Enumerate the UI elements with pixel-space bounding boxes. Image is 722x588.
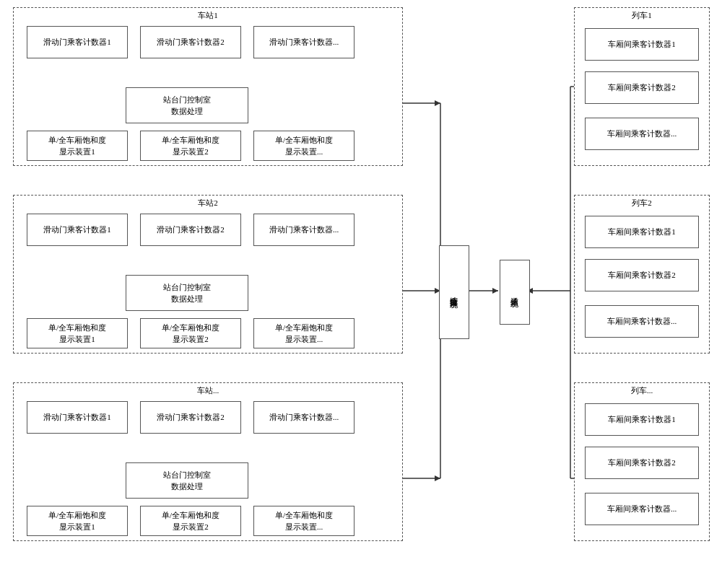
station1-display2: 单/全车厢饱和度显示装置2 [140, 131, 241, 161]
train3-comp3: 车厢间乘客计数器... [585, 493, 699, 525]
train1-box: 列车1 车厢间乘客计数器1 车厢间乘客计数器2 车厢间乘客计数器... [574, 7, 710, 166]
station3-display2: 单/全车厢饱和度显示装置2 [140, 506, 241, 536]
train3-label: 列车... [631, 385, 653, 397]
station1-box: 车站1 滑动门乘客计数器1 滑动门乘客计数器2 滑动门乘客计数器... 站台门控… [13, 7, 403, 166]
train2-comp1: 车厢间乘客计数器1 [585, 216, 699, 248]
station3-counter1: 滑动门乘客计数器1 [27, 401, 128, 434]
train1-comp3: 车厢间乘客计数器... [585, 118, 699, 150]
station2-display3: 单/全车厢饱和度显示装置... [253, 318, 355, 348]
station1-control: 站台门控制室数据处理 [126, 87, 248, 123]
train3-comp2: 车厢间乘客计数器2 [585, 447, 699, 479]
svg-marker-8 [435, 100, 440, 106]
station3-counter2: 滑动门乘客计数器2 [140, 401, 241, 434]
train1-comp2: 车厢间乘客计数器2 [585, 71, 699, 104]
station1-counter1: 滑动门乘客计数器1 [27, 26, 128, 58]
station3-counter3: 滑动门乘客计数器... [253, 401, 355, 434]
station3-box: 车站... 滑动门乘客计数器1 滑动门乘客计数器2 滑动门乘客计数器... 站台… [13, 382, 403, 541]
station2-control: 站台门控制室数据处理 [126, 275, 248, 311]
monitor-box: 综合监控系统 [439, 245, 469, 339]
train2-comp2: 车厢间乘客计数器2 [585, 259, 699, 291]
station1-counter3: 滑动门乘客计数器... [253, 26, 355, 58]
train2-box: 列车2 车厢间乘客计数器1 车厢间乘客计数器2 车厢间乘客计数器... [574, 195, 710, 354]
train3-comp1: 车厢间乘客计数器1 [585, 403, 699, 436]
train2-label: 列车2 [632, 197, 652, 209]
train1-comp1: 车厢间乘客计数器1 [585, 28, 699, 61]
station1-display3: 单/全车厢饱和度显示装置... [253, 131, 355, 161]
monitor-label: 综合监控系统 [448, 290, 461, 294]
station3-display1: 单/全车厢饱和度显示装置1 [27, 506, 128, 536]
station2-box: 车站2 滑动门乘客计数器1 滑动门乘客计数器2 滑动门乘客计数器... 站台门控… [13, 195, 403, 354]
station1-display1: 单/全车厢饱和度显示装置1 [27, 131, 128, 161]
train2-comp3: 车厢间乘客计数器... [585, 305, 699, 338]
comm-label: 通信系统 [509, 291, 521, 294]
station1-label: 车站1 [198, 9, 218, 22]
svg-marker-29 [492, 288, 498, 294]
station2-counter2: 滑动门乘客计数器2 [140, 214, 241, 246]
station3-label: 车站... [197, 385, 219, 397]
train3-box: 列车... 车厢间乘客计数器1 车厢间乘客计数器2 车厢间乘客计数器... [574, 382, 710, 541]
station2-label: 车站2 [198, 197, 218, 209]
train1-label: 列车1 [632, 9, 652, 22]
station3-control: 站台门控制室数据处理 [126, 462, 248, 499]
station2-counter1: 滑动门乘客计数器1 [27, 214, 128, 246]
station3-display3: 单/全车厢饱和度显示装置... [253, 506, 355, 536]
station1-counter2: 滑动门乘客计数器2 [140, 26, 241, 58]
diagram: 车站1 滑动门乘客计数器1 滑动门乘客计数器2 滑动门乘客计数器... 站台门控… [0, 0, 722, 588]
svg-marker-26 [435, 475, 440, 481]
station2-counter3: 滑动门乘客计数器... [253, 214, 355, 246]
comm-box: 通信系统 [500, 260, 530, 325]
station2-display2: 单/全车厢饱和度显示装置2 [140, 318, 241, 348]
station2-display1: 单/全车厢饱和度显示装置1 [27, 318, 128, 348]
